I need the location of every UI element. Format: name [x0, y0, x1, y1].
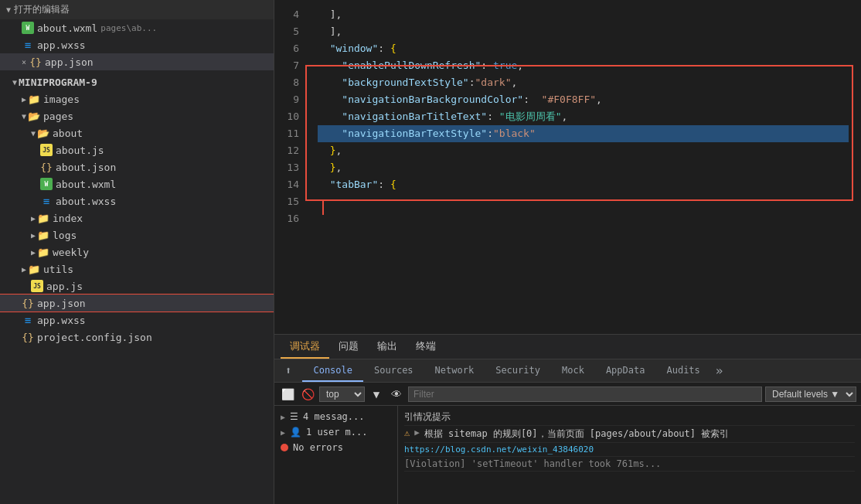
about-wxml-icon: W	[40, 178, 53, 190]
index-folder-label: index	[53, 213, 83, 224]
tab-appdata[interactable]: AppData	[595, 359, 656, 382]
folder-pages[interactable]: ▼ 📂 pages	[0, 107, 274, 124]
code-line-14: },	[318, 142, 849, 159]
tab-output[interactable]: 输出	[368, 335, 407, 359]
levels-select[interactable]: Default levels ▼	[765, 387, 856, 402]
code-lines-container: 4 5 6 7 8 9 10 11 12 13 14 15 16 ],	[274, 0, 861, 334]
code-content[interactable]: ], ], "window": { "enablePullDownRefresh…	[305, 0, 861, 334]
line-num-6: 6	[274, 40, 299, 57]
app-wxss2-icon: ≡	[22, 314, 34, 326]
folder-weekly[interactable]: ▶ 📁 weekly	[0, 243, 274, 261]
line-num-11: 11	[274, 125, 299, 142]
hint-text: 引情况提示	[404, 410, 451, 424]
warn-text: 根据 sitemap 的规则[0]，当前页面 [pages/about/abou…	[424, 427, 729, 441]
project-root[interactable]: ▼ MINIPROGRAM-9	[0, 73, 274, 90]
chrome-tabs: ⬆ Console Sources Network Security Mock …	[274, 359, 861, 383]
code-editor[interactable]: 4 5 6 7 8 9 10 11 12 13 14 15 16 ],	[274, 0, 861, 334]
sidebar: ▼ 打开的编辑器 W about.wxml pages\ab... ≡ app.…	[0, 0, 274, 504]
folder-about[interactable]: ▼ 📂 about	[0, 124, 274, 141]
console-output: 引情况提示 ⚠ ▶ 根据 sitemap 的规则[0]，当前页面 [pages/…	[398, 406, 861, 504]
about-folder-icon: 📂	[37, 127, 49, 139]
open-file-about-wxml[interactable]: W about.wxml pages\ab...	[0, 19, 274, 36]
devtools-toolbar: ⬜ 🚫 top ▼ 👁 Default levels ▼	[274, 383, 861, 406]
line-num-10: 10	[274, 108, 299, 125]
file-app-wxss2[interactable]: ≡ app.wxss	[0, 312, 274, 329]
filter-input[interactable]	[408, 387, 762, 402]
wxml-icon: W	[22, 22, 34, 34]
code-line-13: "navigationBarTextStyle":"black"	[318, 125, 849, 142]
file-about-js[interactable]: JS about.js	[0, 141, 274, 158]
app-js-icon: JS	[31, 280, 43, 292]
cursor-btn[interactable]: ⬆	[274, 359, 302, 382]
console-warn-line: ⚠ ▶ 根据 sitemap 的规则[0]，当前页面 [pages/about/…	[404, 426, 855, 443]
filename-app-wxss: app.wxss	[37, 39, 86, 51]
folder-utils[interactable]: ▶ 📁 utils	[0, 261, 274, 278]
messages-item[interactable]: ▶ ☰ 4 messag...	[274, 409, 397, 424]
code-line-16: "tabBar": {	[318, 176, 849, 193]
folder-images[interactable]: ▶ 📁 images	[0, 90, 274, 107]
app-json2-label: app.json	[37, 298, 86, 309]
tab-security[interactable]: Security	[485, 359, 551, 382]
line-num-15: 15	[274, 193, 299, 210]
folder-images-label: images	[43, 94, 80, 105]
weekly-folder-icon: 📁	[37, 246, 49, 258]
tab-network[interactable]: Network	[424, 359, 485, 382]
about-json-icon: {}	[40, 161, 53, 173]
logs-folder-label: logs	[53, 230, 77, 241]
tab-debugger[interactable]: 调试器	[281, 335, 329, 359]
main-panel: 4 5 6 7 8 9 10 11 12 13 14 15 16 ],	[274, 0, 861, 504]
link-text[interactable]: https://blog.csdn.net/weixin_43846020	[404, 444, 594, 455]
weekly-folder-label: weekly	[53, 247, 89, 258]
tab-terminal[interactable]: 终端	[407, 335, 445, 359]
file-about-json[interactable]: {} about.json	[0, 158, 274, 175]
line-num-13: 13	[274, 159, 299, 176]
file-about-wxml2[interactable]: W about.wxml	[0, 175, 274, 192]
js-icon: JS	[40, 144, 53, 156]
app-json2-icon: {}	[22, 297, 34, 309]
tab-audits[interactable]: Audits	[655, 359, 710, 382]
tab-console[interactable]: Console	[302, 359, 363, 382]
project-config-icon: {}	[22, 331, 34, 343]
clear-btn[interactable]: 🚫	[299, 386, 316, 403]
collapse-arrow-icon: ▼	[12, 78, 17, 87]
more-tabs-btn[interactable]: »	[711, 359, 728, 382]
index-folder-icon: 📁	[37, 212, 49, 224]
expand-arrow-icon: ▶	[414, 427, 420, 438]
open-file-app-json[interactable]: × {} app.json	[0, 53, 274, 70]
file-project-config[interactable]: {} project.config.json	[0, 329, 274, 346]
about-wxml-label: about.wxml	[56, 179, 116, 190]
open-editors-section[interactable]: ▼ 打开的编辑器	[0, 0, 274, 19]
tab-sources[interactable]: Sources	[363, 359, 424, 382]
file-app-js[interactable]: JS app.js	[0, 278, 274, 295]
devtools-top-tabs: 调试器 问题 输出 终端	[274, 335, 861, 359]
line-num-14: 14	[274, 176, 299, 193]
folder-arrow-icon: ▶	[22, 95, 26, 104]
folder-logs[interactable]: ▶ 📁 logs	[0, 226, 274, 243]
file-app-json2[interactable]: {} app.json	[0, 295, 274, 312]
folder-pages-label: pages	[43, 111, 73, 122]
console-groups: ▶ ☰ 4 messag... ▶ 👤 1 user m... No error…	[274, 406, 398, 504]
tab-problems[interactable]: 问题	[329, 335, 368, 359]
filename-about-wxml: about.wxml	[37, 22, 97, 34]
about-wxss-icon: ≡	[40, 195, 53, 207]
console-link-line: https://blog.csdn.net/weixin_43846020	[404, 443, 855, 457]
messages-arrow-icon: ▶	[281, 413, 285, 421]
close-icon[interactable]: ×	[22, 58, 26, 66]
tab-mock[interactable]: Mock	[551, 359, 595, 382]
about-wxss-label: about.wxss	[56, 196, 116, 207]
errors-item[interactable]: No errors	[274, 440, 397, 455]
messages-icon: ☰	[290, 411, 298, 422]
errors-dot-icon	[281, 444, 288, 451]
folder-index[interactable]: ▶ 📁 index	[0, 209, 274, 226]
line-num-4: 4	[274, 6, 299, 23]
file-about-wxss[interactable]: ≡ about.wxss	[0, 192, 274, 209]
open-file-app-wxss[interactable]: ≡ app.wxss	[0, 36, 274, 53]
eye-btn[interactable]: 👁	[388, 386, 405, 403]
folder-icon: 📁	[28, 93, 40, 105]
top-select[interactable]: top	[319, 387, 365, 402]
sidebar-toggle-btn[interactable]: ⬜	[279, 386, 296, 403]
dropdown-arrow-btn[interactable]: ▼	[368, 386, 385, 403]
user-item[interactable]: ▶ 👤 1 user m...	[274, 424, 397, 440]
utils-folder-label: utils	[43, 264, 73, 275]
messages-count: 4 messag...	[303, 411, 364, 422]
